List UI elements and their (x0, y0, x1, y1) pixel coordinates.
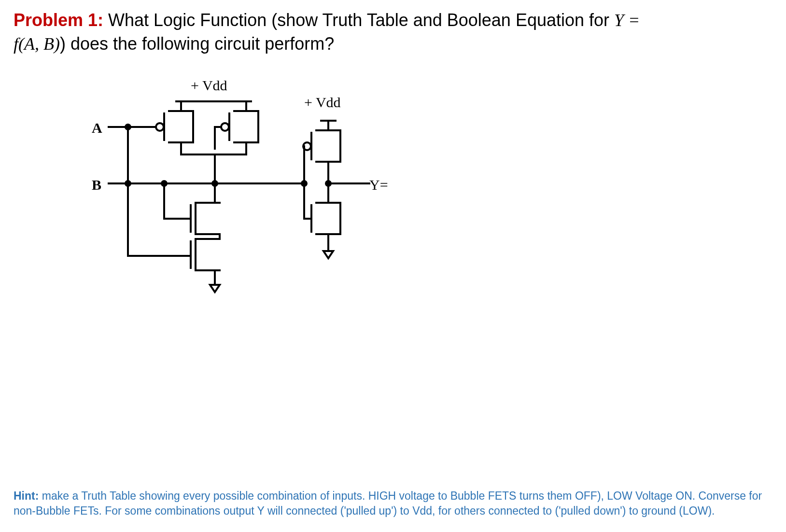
hint-paragraph: Hint: make a Truth Table showing every p… (14, 489, 772, 518)
f-a-b: f(A, B) (14, 34, 60, 54)
problem-heading: Problem 1: What Logic Function (show Tru… (14, 9, 772, 56)
circuit-diagram: + Vdd + Vdd A B Y= (92, 77, 420, 323)
input-a-label: A (92, 120, 102, 136)
y-equals: Y = (614, 11, 640, 30)
vdd-label-1: + Vdd (191, 77, 227, 94)
svg-point-8 (326, 181, 331, 186)
problem-text-1: What Logic Function (show Truth Table an… (103, 10, 614, 30)
circuit-svg (101, 92, 372, 314)
svg-point-1 (221, 123, 229, 131)
hint-body: make a Truth Table showing every possibl… (14, 490, 762, 517)
input-b-label: B (92, 177, 101, 193)
svg-point-3 (126, 181, 130, 186)
hint-label: Hint: (14, 490, 39, 502)
problem-text-2: ) does the following circuit perform? (60, 34, 334, 54)
svg-point-2 (126, 125, 130, 129)
svg-point-0 (156, 123, 164, 131)
output-y-label: Y= (369, 177, 388, 193)
svg-point-5 (162, 181, 167, 186)
problem-label: Problem 1: (14, 10, 103, 30)
